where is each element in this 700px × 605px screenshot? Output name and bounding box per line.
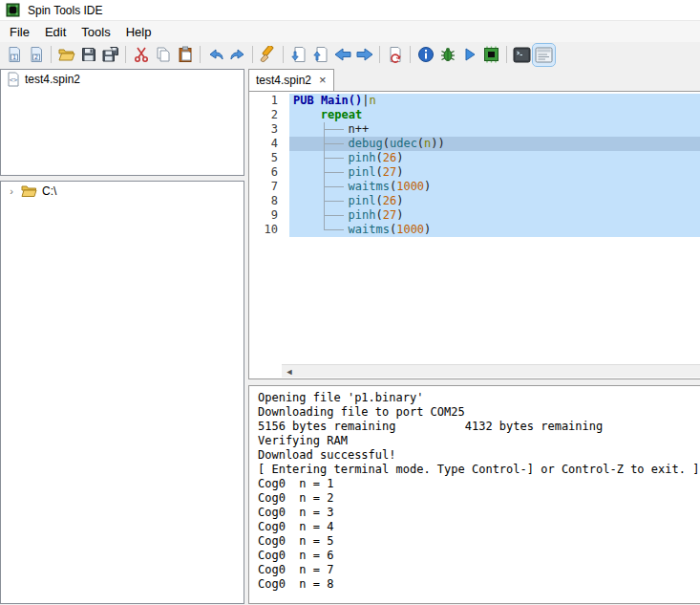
- code-text: pinh(26): [289, 151, 700, 165]
- code-text: debug(udec(n)): [289, 137, 700, 151]
- new-spin2-file-button[interactable]: 2: [25, 44, 47, 66]
- new-file1-icon: 1: [6, 46, 23, 63]
- tab-close-icon[interactable]: ×: [319, 76, 327, 85]
- menu-help[interactable]: Help: [118, 22, 159, 42]
- refresh-document-button[interactable]: [384, 44, 406, 66]
- code-editor[interactable]: 1PUB Main()|n2repeat3n++4debug(udec(n))5…: [248, 91, 700, 379]
- code-line[interactable]: 3n++: [249, 122, 700, 137]
- tab-test4-spin2[interactable]: test4.spin2 ×: [248, 69, 334, 91]
- save-button[interactable]: [77, 44, 99, 66]
- open-file-button[interactable]: [55, 44, 77, 66]
- code-text: pinh(27): [289, 208, 700, 223]
- code-text: n++: [289, 122, 700, 137]
- code-line[interactable]: 6pinl(27): [249, 165, 700, 180]
- cut-scissors-icon: [133, 46, 150, 63]
- format-source-button[interactable]: [257, 44, 279, 66]
- app-chip-icon: [6, 3, 20, 17]
- code-text: waitms(1000): [289, 180, 700, 194]
- title-bar: Spin Tools IDE: [0, 0, 700, 21]
- indent-guide-tick: [324, 186, 344, 187]
- object-tree-item-test4[interactable]: <> test4.spin2: [1, 70, 244, 89]
- paste-button[interactable]: [174, 44, 196, 66]
- svg-text:<>: <>: [10, 76, 17, 84]
- chevron-right-icon[interactable]: ›: [7, 185, 16, 197]
- indent-guide-tick: [324, 172, 344, 173]
- spin2-file-icon: <>: [7, 72, 20, 87]
- save-floppy-icon: [80, 46, 97, 63]
- debug-button[interactable]: [436, 44, 458, 66]
- cut-button[interactable]: [130, 44, 152, 66]
- line-number: 9: [249, 208, 278, 223]
- code-line[interactable]: 2repeat: [249, 108, 700, 122]
- nav-back-button[interactable]: [331, 44, 353, 66]
- add-to-source-button[interactable]: [287, 44, 309, 66]
- save-all-button[interactable]: [99, 44, 121, 66]
- object-tree-panel: <> test4.spin2: [0, 69, 244, 176]
- code-line[interactable]: 4debug(udec(n)): [249, 137, 700, 151]
- toolbar-separator: [283, 46, 284, 63]
- toolbar-separator: [252, 46, 253, 63]
- chip-icon: [482, 46, 500, 63]
- indent-guide-tick: [324, 143, 344, 144]
- menu-edit[interactable]: Edit: [37, 22, 74, 42]
- copy-icon: [155, 46, 172, 63]
- copy-button[interactable]: [152, 44, 174, 66]
- save-all-icon: [101, 46, 119, 63]
- toolbar: 1 2: [0, 42, 700, 67]
- terminal-icon: [513, 47, 531, 63]
- code-line[interactable]: 10waitms(1000): [249, 223, 700, 237]
- menu-file[interactable]: File: [2, 22, 37, 42]
- code-text: pinl(26): [289, 194, 700, 208]
- bug-icon: [439, 46, 456, 63]
- file-tree-item-root[interactable]: › C:\: [1, 182, 244, 201]
- indent-guide-tick: [324, 215, 344, 216]
- terminal-console-panel[interactable]: Opening file 'p1.binary' Downloading fil…: [248, 385, 700, 604]
- redo-arrow-icon: [228, 46, 247, 63]
- toolbar-separator: [125, 46, 126, 63]
- new-spin1-file-button[interactable]: 1: [3, 44, 25, 66]
- extract-from-source-button[interactable]: [309, 44, 331, 66]
- code-lines: 1PUB Main()|n2repeat3n++4debug(udec(n))5…: [249, 92, 700, 237]
- code-line[interactable]: 1PUB Main()|n: [249, 94, 700, 108]
- doc-down-arrow-icon: [290, 46, 308, 63]
- indent-guide-tick: [324, 158, 344, 159]
- object-tree-label: test4.spin2: [25, 73, 80, 86]
- upload-to-flash-button[interactable]: [480, 44, 502, 66]
- arrow-left-icon: [333, 46, 352, 63]
- menu-bar: File Edit Tools Help: [0, 21, 700, 42]
- file-browser-panel: › C:\: [0, 181, 244, 604]
- terminal-button[interactable]: [511, 44, 533, 66]
- indent-guide-tick: [324, 201, 344, 202]
- code-line[interactable]: 5pinh(26): [249, 151, 700, 165]
- console-icon: [535, 47, 553, 63]
- console-toggle-button[interactable]: [533, 44, 555, 66]
- line-number: 8: [249, 194, 278, 208]
- code-line[interactable]: 7waitms(1000): [249, 180, 700, 194]
- code-text: PUB Main()|n: [289, 94, 700, 108]
- horizontal-scrollbar[interactable]: ◄: [282, 364, 700, 378]
- run-button[interactable]: [458, 44, 480, 66]
- undo-arrow-icon: [206, 46, 225, 63]
- code-line[interactable]: 9pinh(27): [249, 208, 700, 223]
- doc-up-arrow-icon: [312, 46, 329, 63]
- file-tree-label: C:\: [42, 184, 56, 198]
- new-file2-icon: 2: [28, 46, 45, 63]
- indent-guide-tick: [324, 229, 344, 230]
- folder-icon: [21, 184, 37, 198]
- redo-button[interactable]: [226, 44, 248, 66]
- tab-label: test4.spin2: [256, 74, 311, 87]
- indent-guide-tick: [324, 129, 344, 130]
- scroll-left-arrow-icon[interactable]: ◄: [282, 365, 297, 378]
- editor-tab-strip: test4.spin2 ×: [248, 69, 700, 91]
- line-number: 3: [249, 122, 278, 137]
- indent-guide: [324, 122, 325, 229]
- menu-tools[interactable]: Tools: [74, 22, 117, 42]
- show-info-button[interactable]: [414, 44, 436, 66]
- code-line[interactable]: 8pinl(26): [249, 194, 700, 208]
- line-number: 2: [249, 108, 278, 122]
- line-number: 6: [249, 165, 278, 180]
- undo-button[interactable]: [204, 44, 226, 66]
- format-brush-icon: [259, 46, 277, 63]
- window-title: Spin Tools IDE: [28, 4, 103, 17]
- nav-forward-button[interactable]: [353, 44, 375, 66]
